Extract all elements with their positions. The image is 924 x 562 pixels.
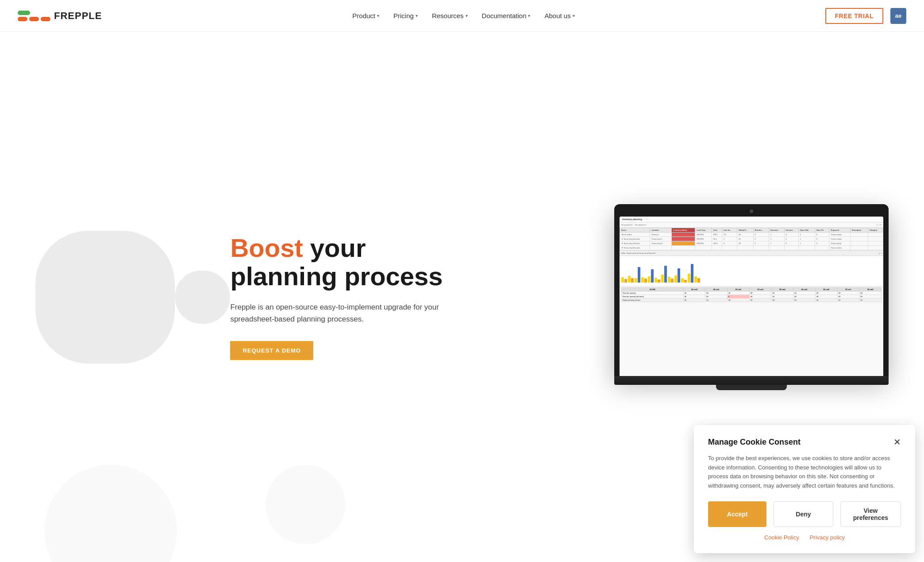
bar <box>651 269 654 283</box>
laptop-screen: Inventory planning ⬡ ✕ □ No grouping ▾ N… <box>614 204 889 376</box>
request-demo-button[interactable]: REQUEST A DEMO <box>230 341 313 360</box>
bar <box>664 266 667 283</box>
bar <box>694 276 697 283</box>
app-title: Inventory planning <box>622 218 642 221</box>
cookie-accept-button[interactable]: Accept <box>708 501 766 527</box>
app-table-area: Item ▴ Location Inventory Status Lead Ti… <box>620 228 883 250</box>
bar <box>624 279 627 283</box>
cookie-action-buttons: Accept Deny View preferences <box>708 501 901 527</box>
app-breadcrumb: ⬡ ✕ □ <box>644 218 649 220</box>
laptop-base <box>614 376 889 385</box>
cookie-header: Manage Cookie Consent ✕ <box>708 438 901 447</box>
hero-headline-accent: Boost <box>230 233 303 262</box>
bg-shape-1 <box>35 231 175 364</box>
cookie-preferences-button[interactable]: View preferences <box>840 501 901 527</box>
bar-group <box>668 277 674 283</box>
cookie-title: Manage Cookie Consent <box>708 438 801 447</box>
user-avatar[interactable]: ae <box>890 8 906 24</box>
detail-row: Reorder quantity (demand) 40 40 0 40 40 … <box>622 295 882 298</box>
chevron-down-icon: ▾ <box>377 13 379 18</box>
chart-bars <box>621 258 882 284</box>
bar-group <box>694 276 700 283</box>
bar <box>661 275 664 283</box>
app-topbar: Inventory planning ⬡ ✕ □ <box>620 217 883 222</box>
cookie-close-button[interactable]: ✕ <box>893 438 901 446</box>
bar <box>691 264 693 283</box>
bar-group <box>648 269 654 283</box>
detail-table: 2D MN 3D wk8 4D wk1 2D wk2 3D wk3 2D wk4… <box>621 287 882 302</box>
hero-subtext: Frepple is an open-source easy-to-implem… <box>230 301 443 325</box>
bar <box>688 274 690 283</box>
bar <box>681 278 684 283</box>
bar-group <box>654 278 660 283</box>
nav-links: Product ▾ Pricing ▾ Resources ▾ Document… <box>347 8 580 23</box>
laptop-stand <box>716 385 787 390</box>
bar <box>631 278 634 283</box>
bar <box>628 276 631 283</box>
table-row: ▼ Tennis drop Dresden Tennis drop D... 8… <box>620 241 883 245</box>
bar-group <box>681 278 687 283</box>
nav-item-product[interactable]: Product ▾ <box>347 8 385 23</box>
bg-circle-2 <box>266 465 345 544</box>
bar <box>654 278 657 283</box>
chevron-down-icon: ▾ <box>528 13 530 18</box>
chevron-down-icon: ▾ <box>573 13 575 18</box>
bar <box>678 268 680 283</box>
hero-content: Boost yourplanning process Frepple is an… <box>230 234 614 360</box>
bar <box>697 278 700 283</box>
detail-row: Reorder quantity 40 40 40 40 40 40 40 40 <box>622 291 882 295</box>
hero-illustration: Inventory planning ⬡ ✕ □ No grouping ▾ N… <box>614 204 889 390</box>
table-row: ▼ Tennis drop Brussels Tennis drop F... … <box>620 236 883 241</box>
bar <box>635 278 637 283</box>
detail-table-area: 2D MN 3D wk8 4D wk1 2D wk2 3D wk3 2D wk4… <box>620 286 883 303</box>
bar-group <box>621 277 627 283</box>
bg-shape-2 <box>175 271 231 324</box>
app-filters: No grouping ▾ No segment ▾ ⬡ + ✕ <box>620 222 883 228</box>
bar <box>648 276 651 283</box>
laptop-display: Inventory planning ⬡ ✕ □ No grouping ▾ N… <box>620 217 883 376</box>
logo[interactable]: FREPPLE <box>18 10 102 22</box>
bar-group <box>635 267 640 283</box>
cookie-consent-dialog: Manage Cookie Consent ✕ To provide the b… <box>694 425 915 553</box>
bar <box>671 279 674 283</box>
cookie-policy-links: Cookie Policy Privacy policy <box>708 534 901 541</box>
logo-icon <box>18 11 50 21</box>
bar <box>684 280 687 283</box>
bar <box>638 267 640 283</box>
cookie-deny-button[interactable]: Deny <box>774 501 833 527</box>
bar-group <box>674 268 680 283</box>
bar-group <box>641 277 647 283</box>
nav-item-pricing[interactable]: Pricing ▾ <box>388 8 423 23</box>
hero-headline: Boost yourplanning process <box>230 234 614 291</box>
bar <box>658 279 660 283</box>
table-row: Tennis racket Factory 1 8/9/2024 229.5 3… <box>620 232 883 236</box>
app-screenshot: Inventory planning ⬡ ✕ □ No grouping ▾ N… <box>620 217 883 376</box>
chart-area <box>620 256 883 286</box>
logo-text: FREPPLE <box>54 10 102 22</box>
chevron-down-icon: ▾ <box>416 13 418 18</box>
chart-header: Buffer: Naval racket @ Tennis drop Bruss… <box>620 250 883 256</box>
privacy-policy-link[interactable]: Privacy policy <box>810 534 845 541</box>
bar <box>668 277 670 283</box>
cookie-policy-link[interactable]: Cookie Policy <box>764 534 799 541</box>
bar-group <box>661 266 667 283</box>
navbar: FREPPLE Product ▾ Pricing ▾ Resources ▾ … <box>0 0 924 32</box>
bar <box>644 279 647 283</box>
nav-item-about[interactable]: About us ▾ <box>539 8 580 23</box>
nav-item-resources[interactable]: Resources ▾ <box>427 8 473 23</box>
bg-circle-1 <box>44 465 177 562</box>
bar <box>621 277 624 283</box>
detail-row: Early inventory excess 16 14 16 12 18 10… <box>622 298 882 302</box>
nav-item-documentation[interactable]: Documentation ▾ <box>477 8 536 23</box>
bar <box>674 275 677 283</box>
bar-group <box>688 264 693 283</box>
table-row: ▼ Tennis drop Brussels <box>620 245 883 250</box>
bar <box>641 277 644 283</box>
app-data-table: Item ▴ Location Inventory Status Lead Ti… <box>620 228 883 250</box>
chevron-down-icon: ▾ <box>466 13 468 18</box>
cookie-body-text: To provide the best experiences, we use … <box>708 454 901 491</box>
free-trial-button[interactable]: FREE TRIAL <box>825 8 883 24</box>
laptop-camera <box>750 209 753 213</box>
bar-group <box>628 276 634 283</box>
laptop-mockup: Inventory planning ⬡ ✕ □ No grouping ▾ N… <box>614 204 889 390</box>
